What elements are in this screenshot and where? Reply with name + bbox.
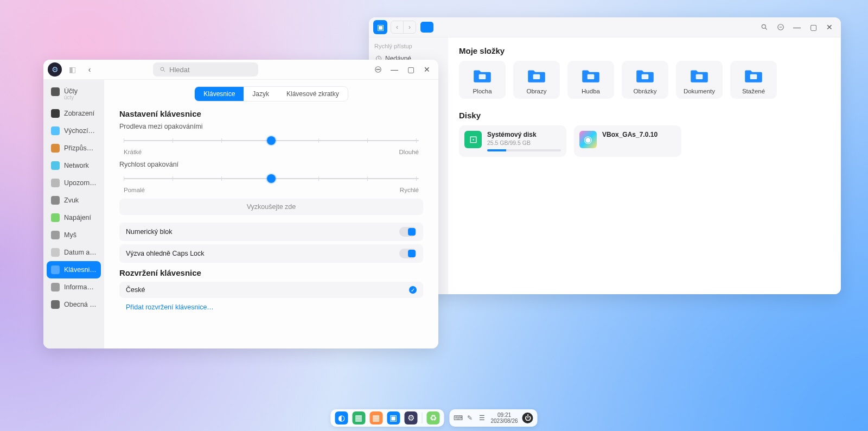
search-icon[interactable] — [757, 20, 771, 34]
numlock-label: Numerický blok — [126, 228, 172, 236]
dock-app-trash[interactable]: ♻ — [426, 411, 439, 424]
folder-documents[interactable]: Dokumenty — [676, 61, 723, 99]
nav-back-button[interactable]: ‹ — [391, 21, 403, 33]
minimize-button[interactable]: — — [387, 62, 401, 77]
sidebar-item-label: Napájení — [64, 214, 91, 221]
dock-app-settings[interactable]: ⚙ — [404, 411, 417, 424]
folder-downloads[interactable]: Stažené — [730, 61, 777, 99]
tray-time: 09:21 — [490, 412, 518, 418]
tray-indicator-0[interactable]: ⌨ — [454, 414, 462, 422]
svg-line-1 — [765, 28, 767, 30]
sidebar-item-mouse[interactable]: Myš — [47, 226, 101, 244]
folder-pictures_alt[interactable]: Obrazy — [513, 61, 560, 99]
slider-thumb[interactable] — [267, 136, 276, 145]
maximize-button[interactable]: ▢ — [404, 62, 418, 77]
tray-clock[interactable]: 09:21 2023/08/26 — [490, 412, 518, 424]
close-button[interactable]: ✕ — [822, 20, 837, 34]
sidebar-item-defaults[interactable]: Výchozí pr… — [47, 122, 101, 140]
layout-row[interactable]: České ✓ — [119, 282, 423, 298]
sidebar-item-label: Informace … — [64, 283, 97, 291]
capslock-prompt-label: Výzva ohledně Caps Lock — [126, 250, 205, 257]
capslock-prompt-toggle[interactable] — [399, 249, 417, 258]
sidebar-item-sysinfo[interactable]: Informace … — [47, 278, 101, 296]
disk-usage-bar — [487, 149, 561, 151]
folder-label: Hudba — [582, 88, 600, 94]
dock-app-files[interactable]: ▣ — [387, 411, 400, 424]
mouse-icon — [51, 231, 60, 239]
folder-label: Plocha — [473, 88, 492, 94]
power-icon — [51, 213, 60, 222]
defaults-icon — [51, 126, 60, 135]
sidebar-toggle-icon[interactable]: ◧ — [65, 62, 79, 77]
sidebar-item-label: Účty — [64, 87, 78, 95]
sidebar-item-sound[interactable]: Zvuk — [47, 192, 101, 209]
svg-point-14 — [376, 69, 377, 69]
disk-vbox[interactable]: ◉VBox_GAs_7.0.10 — [574, 125, 681, 157]
settings-app-icon: ⚙ — [48, 62, 62, 77]
svg-rect-5 — [479, 74, 486, 79]
display-icon — [51, 109, 60, 118]
settings-titlebar: ⚙ ◧ ‹ Hledat — ▢ ✕ — [43, 60, 438, 80]
power-icon[interactable]: ⏻ — [522, 413, 533, 423]
folder-label: Obrázky — [634, 88, 657, 94]
sidebar-item-general[interactable]: Obecná na… — [47, 296, 101, 313]
slider-thumb[interactable] — [267, 174, 276, 183]
tray-indicator-2[interactable]: ☰ — [477, 414, 486, 422]
dock-app-spreadsheet[interactable]: ▦ — [352, 411, 365, 424]
folder-pictures[interactable]: Obrázky — [622, 61, 668, 99]
sidebar-item-label: Klávesnice… — [64, 266, 97, 274]
close-button[interactable]: ✕ — [420, 62, 434, 77]
disk-name: VBox_GAs_7.0.10 — [602, 131, 676, 138]
tab-shortcuts[interactable]: Klávesové zkratky — [278, 87, 348, 101]
sidebar-item-accounts[interactable]: Účtyúcty — [47, 83, 101, 105]
section-keyboard-settings: Nastavení klávesnice — [119, 109, 423, 118]
menu-icon[interactable] — [371, 62, 385, 77]
tab-keyboard[interactable]: Klávesnice — [195, 87, 244, 101]
sysinfo-icon — [51, 283, 60, 291]
disk-icon: ◉ — [579, 131, 597, 148]
repeat-delay-slider[interactable] — [124, 135, 419, 147]
folder-label: Obrazy — [526, 88, 546, 94]
disk-name: Systémový disk — [487, 131, 561, 138]
nav-back-forward: ‹ › — [391, 21, 416, 34]
sidebar-item-notifications[interactable]: Upozornění — [47, 174, 101, 192]
more-icon[interactable] — [774, 20, 788, 34]
maximize-button[interactable]: ▢ — [806, 20, 820, 34]
nav-forward-button[interactable]: › — [403, 21, 416, 33]
svg-line-12 — [164, 71, 165, 72]
sidebar-item-datetime[interactable]: Datum a čas — [47, 244, 101, 261]
repeat-rate-block: Rychlost opakování Pomalé Rychlé — [119, 161, 423, 193]
folder-grid: PlochaObrazyHudbaObrázkyDokumentyStažené — [459, 61, 830, 99]
dock-app-grid[interactable]: ▦ — [369, 411, 382, 424]
sidebar-item-display[interactable]: Zobrazení — [47, 105, 101, 122]
sidebar-item-power[interactable]: Napájení — [47, 209, 101, 226]
sidebar-item-personalize[interactable]: Přizpůsob… — [47, 140, 101, 157]
disk-system[interactable]: ⊡Systémový disk25.5 GB/99.5 GB — [459, 125, 566, 157]
minimize-button[interactable]: — — [790, 20, 804, 34]
svg-rect-6 — [533, 74, 540, 79]
folder-desktop[interactable]: Plocha — [459, 61, 506, 99]
dock-app-launcher[interactable]: ◐ — [335, 411, 348, 424]
numlock-toggle[interactable] — [399, 227, 417, 237]
sidebar-section-quickaccess: Rychlý přístup — [374, 43, 443, 49]
settings-window: ⚙ ◧ ‹ Hledat — ▢ ✕ ÚčtyúctyZobrazeníVých… — [43, 60, 438, 348]
tray-indicator-1[interactable]: ✎ — [465, 414, 474, 422]
folder-label: Stažené — [742, 88, 765, 94]
try-here-input[interactable]: Vyzkoušejte zde — [119, 199, 423, 215]
sidebar-item-network[interactable]: Network — [47, 157, 101, 174]
dock-apps: ◐▦▦▣⚙♻ — [330, 409, 444, 427]
folders-header: Moje složky — [459, 46, 830, 55]
file-content: Moje složky PlochaObrazyHudbaObrázkyDoku… — [448, 37, 841, 294]
svg-rect-7 — [588, 74, 595, 79]
folder-label: Dokumenty — [684, 88, 715, 94]
search-icon — [159, 66, 166, 73]
folder-music[interactable]: Hudba — [567, 61, 614, 99]
search-input[interactable]: Hledat — [153, 62, 258, 77]
search-placeholder: Hledat — [169, 66, 190, 74]
repeat-rate-slider[interactable] — [124, 173, 419, 185]
add-layout-link[interactable]: Přidat rozvržení klávesnice… — [119, 300, 220, 314]
breadcrumb-current[interactable] — [420, 22, 433, 33]
back-button[interactable]: ‹ — [82, 62, 97, 77]
tab-language[interactable]: Jazyk — [244, 87, 278, 101]
sidebar-item-keyboard[interactable]: Klávesnice… — [47, 261, 101, 278]
